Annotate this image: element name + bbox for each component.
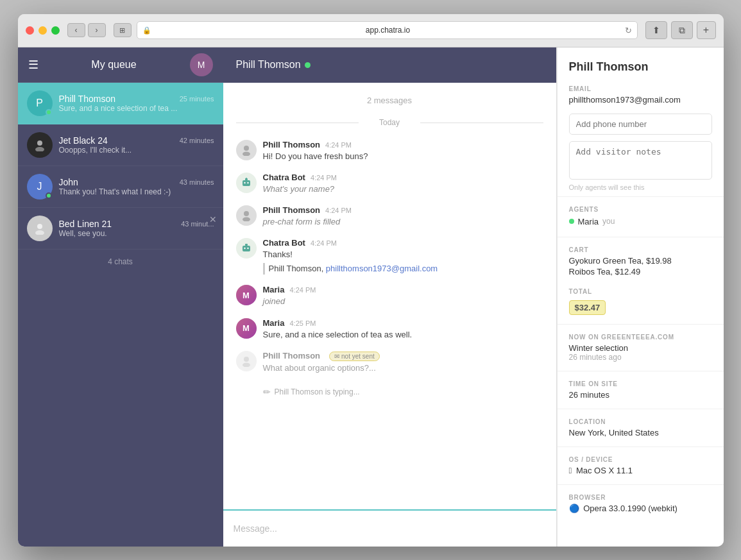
reading-mode-button[interactable]: ⊞ xyxy=(114,23,132,37)
location-label: LOCATION xyxy=(569,418,712,425)
visitor-name: Phill Thomson xyxy=(558,47,724,80)
forward-button[interactable]: › xyxy=(88,23,106,37)
svg-point-1 xyxy=(35,147,44,151)
svg-point-4 xyxy=(244,146,249,151)
bot-avatar xyxy=(236,173,257,193)
share-button[interactable]: ⬆ xyxy=(645,21,667,39)
message-sender: Maria xyxy=(263,318,285,328)
chat-info: Phill Thomson 25 minutes Sure, and a nic… xyxy=(59,94,214,113)
maximize-button[interactable] xyxy=(51,26,60,35)
chat-item[interactable]: Bed Linen 21 43 minut... Well, see you. … xyxy=(18,208,223,250)
message-row: Phill Thomson ✉ not yet sent What about … xyxy=(236,351,543,374)
now-on-section: NOW ON GREEENTEEEA.COM Winter selection … xyxy=(558,328,724,367)
add-tab-button[interactable]: + xyxy=(697,21,716,39)
phone-section xyxy=(558,110,724,139)
avatar: J xyxy=(27,174,53,199)
message-time: 4:24 PM xyxy=(311,174,337,182)
svg-point-11 xyxy=(244,211,249,216)
svg-point-2 xyxy=(37,224,42,229)
sidebar-header: ☰ My queue M xyxy=(18,47,223,83)
notes-section xyxy=(558,139,724,182)
chat-time: 42 minutes xyxy=(180,137,214,144)
chat-name: Jet Black 24 xyxy=(59,135,108,146)
not-sent-badge: ✉ not yet sent xyxy=(329,352,380,361)
message-content: Chatra Bot 4:24 PM Thanks! Phill Thomson… xyxy=(263,238,543,275)
browser-label: BROWSER xyxy=(569,494,712,501)
typing-indicator: ✏ Phill Thomson is typing... xyxy=(263,384,543,400)
address-bar[interactable]: 🔒 app.chatra.io ↻ xyxy=(137,21,638,39)
reload-button[interactable]: ↻ xyxy=(625,26,632,35)
chat-preview: Thank you! That's what I need :-) xyxy=(59,187,214,196)
minimize-button[interactable] xyxy=(38,26,47,35)
app-window: ‹ › ⊞ 🔒 app.chatra.io ↻ ⬆ ⧉ + ☰ My queue… xyxy=(18,14,724,547)
new-tab-button[interactable]: ⧉ xyxy=(671,21,693,39)
chat-item[interactable]: J John 43 minutes Thank you! That's what… xyxy=(18,166,223,208)
message-sender: Phill Thomson xyxy=(263,140,321,149)
back-button[interactable]: ‹ xyxy=(67,23,85,37)
message-row: Chatra Bot 4:24 PM What's your name? xyxy=(236,173,543,195)
message-input-area xyxy=(223,509,556,547)
message-sender: Maria xyxy=(263,285,285,294)
message-sender: Phill Thomson xyxy=(263,205,321,215)
divider xyxy=(558,371,724,371)
message-content: Chatra Bot 4:24 PM What's your name? xyxy=(263,173,543,195)
now-on-page: Winter selection xyxy=(569,343,712,353)
bot-avatar xyxy=(236,238,257,259)
agents-section: AGENTS Maria you xyxy=(558,201,724,233)
message-row: Chatra Bot 4:24 PM Thanks! Phill Thomson… xyxy=(236,238,543,275)
message-time: 4:25 PM xyxy=(289,319,316,327)
messages-count: 2 messages xyxy=(236,96,543,105)
message-input[interactable] xyxy=(234,517,546,540)
message-text: Thanks! Phill Thomson, phillthomson1973@… xyxy=(263,249,543,275)
today-divider: Today xyxy=(236,118,543,127)
chat-name: Phill Thomson xyxy=(59,94,115,104)
message-content: Maria 4:25 PM Sure, and a nice selection… xyxy=(263,318,543,341)
message-content: Maria 4:24 PM joined xyxy=(263,285,543,307)
phone-input[interactable] xyxy=(569,114,712,135)
svg-rect-13 xyxy=(243,246,250,251)
email-link[interactable]: phillthomson1973@gmail.com xyxy=(326,264,438,273)
message-time: 4:24 PM xyxy=(325,207,352,214)
message-content: Phill Thomson ✉ not yet sent What about … xyxy=(263,351,543,374)
messages-area[interactable]: 2 messages Today Phill Thomson 4:24 PM H… xyxy=(223,83,556,509)
now-on-label: NOW ON GREEENTEEEA.COM xyxy=(569,334,712,341)
message-avatar xyxy=(236,351,257,371)
message-time: 4:24 PM xyxy=(311,239,337,247)
chat-item[interactable]: P Phill Thomson 25 minutes Sure, and a n… xyxy=(18,83,223,124)
chat-header-name: Phill Thomson xyxy=(236,59,301,71)
traffic-lights xyxy=(26,26,60,35)
chat-preview: Ooopps, I'll check it... xyxy=(59,146,214,155)
chat-list: P Phill Thomson 25 minutes Sure, and a n… xyxy=(18,83,223,547)
agent-row: Maria you xyxy=(569,216,712,228)
chat-info: Bed Linen 21 43 minut... Well, see you. xyxy=(59,219,214,238)
message-sender: Chatra Bot xyxy=(263,173,305,182)
time-on-site-section: TIME ON SITE 26 minutes xyxy=(558,375,724,405)
titlebar-actions: ⬆ ⧉ + xyxy=(645,21,716,39)
close-icon[interactable]: ✕ xyxy=(209,214,217,225)
online-indicator xyxy=(46,192,52,199)
browser-value: 🔵 Opera 33.0.1990 (webkit) xyxy=(569,504,712,513)
agents-label: AGENTS xyxy=(569,206,712,213)
location-value: New York, United States xyxy=(569,428,712,437)
email-label: EMAIL xyxy=(569,85,712,92)
message-text: Hi! Do you have fresh buns? xyxy=(263,151,543,162)
divider xyxy=(558,237,724,237)
chat-name: Bed Linen 21 xyxy=(59,219,112,229)
svg-point-15 xyxy=(247,248,248,249)
time-on-site-value: 26 minutes xyxy=(569,390,712,400)
chat-item[interactable]: Jet Black 24 42 minutes Ooopps, I'll che… xyxy=(18,124,223,166)
svg-point-17 xyxy=(244,357,249,362)
close-button[interactable] xyxy=(26,26,34,35)
menu-icon[interactable]: ☰ xyxy=(28,58,38,72)
chat-preview: Sure, and a nice selection of tea ... xyxy=(59,104,214,113)
svg-rect-16 xyxy=(245,244,248,246)
cart-section: CART Gyokuro Green Tea, $19.98 Roibos Te… xyxy=(558,241,724,283)
titlebar: ‹ › ⊞ 🔒 app.chatra.io ↻ ⬆ ⧉ + xyxy=(18,14,724,47)
chat-info: John 43 minutes Thank you! That's what I… xyxy=(59,177,214,196)
divider xyxy=(558,324,724,325)
message-content: Phill Thomson 4:24 PM pre-chat form is f… xyxy=(263,205,543,228)
chat-time: 25 minutes xyxy=(180,95,214,103)
svg-rect-6 xyxy=(243,180,250,186)
total-label: TOTAL xyxy=(569,288,712,295)
visitor-notes-input[interactable] xyxy=(569,141,712,180)
